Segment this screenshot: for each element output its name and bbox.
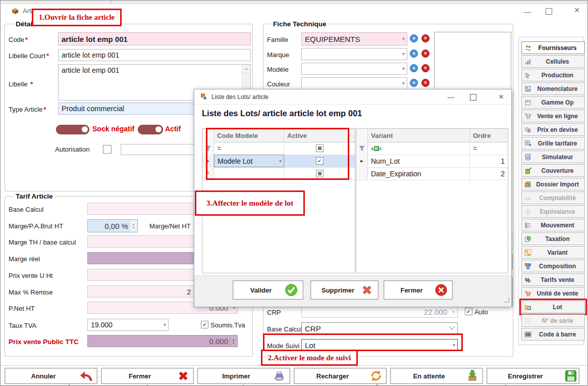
- autorisation-input[interactable]: [121, 144, 205, 155]
- scroll-up-icon[interactable]: ▲: [242, 65, 250, 73]
- crp-input[interactable]: 22.000 ▼: [301, 306, 458, 318]
- en-attente-button[interactable]: En attente: [390, 368, 483, 384]
- variant-cell[interactable]: Date_Expiration: [368, 167, 470, 180]
- imprimer-button[interactable]: Imprimer: [197, 368, 290, 384]
- modal-maximize-button[interactable]: [470, 94, 476, 101]
- add-modele-icon[interactable]: +: [410, 64, 418, 72]
- modele-label: Modéle: [267, 66, 289, 73]
- sidebar-item-unite-de-vente[interactable]: Unité de vente: [521, 287, 585, 300]
- actif-toggle[interactable]: [138, 125, 163, 134]
- ttc-label: Prix vente Public TTC: [9, 338, 79, 346]
- sidebar-item-composition[interactable]: Composition: [521, 260, 585, 272]
- marque-select[interactable]: ▾: [301, 48, 407, 60]
- model-columns-highlight-box: [206, 128, 349, 180]
- nomenclature-icon: [523, 85, 532, 92]
- auto-checkbox[interactable]: [465, 308, 472, 315]
- modal-close-button[interactable]: ×: [493, 91, 509, 103]
- sidebar-item-prix-en-devise[interactable]: $Prix en devise: [521, 123, 585, 136]
- marge-pa-brut-label: Marge/P.A.Brut HT: [9, 222, 63, 230]
- clear-couleur-icon[interactable]: ×: [421, 79, 430, 87]
- sidebar-item-couverture[interactable]: Couverture: [521, 164, 585, 177]
- soumis-tva-checkbox[interactable]: [201, 321, 208, 328]
- filter-row[interactable]: aBc =: [356, 142, 508, 155]
- modal-minimize-button[interactable]: —: [443, 91, 459, 103]
- variants-grid[interactable]: Variant Ordre aBc = ▶ Num_Lot 1 Date_Exp: [356, 128, 508, 273]
- sidebar-item-fournisseurs[interactable]: Fournisseurs: [521, 41, 585, 54]
- marge-pa-brut-input[interactable]: 0,00 % ▲▼: [87, 219, 138, 232]
- col-header-ordre[interactable]: Ordre: [470, 129, 508, 142]
- ordre-cell[interactable]: 2: [470, 167, 508, 180]
- code-input[interactable]: article lot emp 001: [58, 32, 251, 45]
- clear-modele-icon[interactable]: ×: [421, 64, 430, 72]
- pnet-label: P.Net HT: [9, 305, 35, 312]
- spinner-icon[interactable]: ▲▼: [130, 220, 137, 231]
- variant-cell[interactable]: Num_Lot: [368, 155, 470, 167]
- minimize-button[interactable]: —: [519, 6, 536, 17]
- grid-corner-cell: [356, 129, 368, 142]
- crp-label: CRP: [267, 309, 281, 316]
- ordre-cell[interactable]: 1: [470, 155, 508, 167]
- spinner-icon[interactable]: ▲▼: [230, 336, 237, 346]
- autorisation-label: Autorisation: [55, 146, 90, 153]
- marge-net-label: Marge/Net HT: [149, 222, 191, 230]
- valider-button[interactable]: Valider: [233, 280, 303, 300]
- sidebar-item-variant[interactable]: Variant: [521, 246, 585, 259]
- enregistrer-button[interactable]: Enregistrer: [487, 368, 579, 384]
- stock-negatif-toggle[interactable]: [56, 125, 89, 134]
- bottom-tick: [505, 383, 506, 386]
- sidebar-item-simulateur[interactable]: Simulateur: [521, 151, 585, 163]
- sidebar-item-tarifs-vente[interactable]: %Tarifs vente: [521, 273, 585, 286]
- sidebar-item-dossier-import[interactable]: Dossier Import: [521, 178, 585, 190]
- recharger-button[interactable]: Recharger: [294, 368, 387, 384]
- sidebar-item-lot[interactable]: Lot: [521, 301, 585, 313]
- stock-negatif-toggle-label: Sock négatif: [92, 125, 134, 133]
- clear-famille-icon[interactable]: ×: [421, 34, 430, 42]
- row-indicator-icon: ▶: [356, 155, 368, 167]
- sidebar-item-grille-tarifaire[interactable]: Grille tarifaire: [521, 137, 585, 150]
- delete-x-icon: [361, 284, 373, 296]
- sidebar-item-taxation[interactable]: $Taxation: [521, 232, 585, 245]
- chevron-down-icon: ▾: [402, 66, 405, 71]
- supprimer-button[interactable]: Supprimer: [310, 280, 379, 300]
- sidebar-item-cellules[interactable]: Cellules: [521, 55, 585, 68]
- annuler-button[interactable]: Annuler: [5, 368, 97, 384]
- resize-grip-icon[interactable]: [505, 296, 510, 305]
- libelle-court-input[interactable]: article lot emp 001: [58, 49, 251, 61]
- fermer-button[interactable]: Fermer: [101, 368, 194, 384]
- famille-label: Famille: [267, 36, 288, 43]
- annotation-step1: 1.Ouvrir la fiche article: [32, 9, 122, 26]
- clear-marque-icon[interactable]: ×: [421, 50, 430, 58]
- variant-row[interactable]: Date_Expiration 2: [356, 167, 508, 180]
- base-calcul-marge-select[interactable]: CRP: [301, 322, 458, 334]
- spinner-down-icon: ▼: [452, 310, 455, 314]
- code-label: Code*: [9, 36, 28, 43]
- add-marque-icon[interactable]: +: [410, 50, 418, 58]
- filter-ordre-cell[interactable]: =: [470, 142, 508, 155]
- add-famille-icon[interactable]: +: [410, 34, 418, 42]
- sidebar-item-vente-en-ligne[interactable]: Vente en ligne: [521, 110, 585, 122]
- ttc-input[interactable]: 0.000 ▲▼: [87, 335, 238, 347]
- sidebar-item-production[interactable]: Production: [521, 69, 585, 81]
- filter-funnel-icon: [356, 142, 368, 155]
- couleur-select[interactable]: ▾: [301, 77, 407, 89]
- close-button[interactable]: ×: [569, 5, 585, 16]
- serial-number-icon: 123: [523, 317, 532, 324]
- add-couleur-icon[interactable]: +: [410, 79, 418, 87]
- filter-variant-cell[interactable]: aBc: [368, 142, 470, 155]
- famille-select[interactable]: EQUIPEMENTS▾: [301, 32, 407, 45]
- fermer-modal-button[interactable]: Fermer: [384, 280, 453, 300]
- sale-unit-icon: [523, 290, 532, 297]
- couleur-label: Couleur: [267, 80, 290, 88]
- sidebar-item-code-a-barre[interactable]: Code à barre: [521, 328, 585, 341]
- sidebar-item-gamme-op[interactable]: Gamme Op: [521, 96, 585, 109]
- modele-select[interactable]: ▾: [301, 63, 407, 75]
- autorisation-checkbox[interactable]: [103, 145, 112, 154]
- check-circle-icon: [285, 283, 298, 297]
- col-header-variant[interactable]: Variant: [368, 129, 470, 142]
- chevron-down-icon: ▾: [402, 81, 405, 86]
- maximize-button[interactable]: [546, 8, 552, 15]
- sidebar-item-mouvement[interactable]: Mouvement: [521, 219, 585, 231]
- sidebar-item-nomenclature[interactable]: Nomenclature: [521, 82, 585, 95]
- variant-row[interactable]: ▶ Num_Lot 1: [356, 155, 508, 168]
- taux-tva-select[interactable]: 19.000▾: [87, 319, 169, 331]
